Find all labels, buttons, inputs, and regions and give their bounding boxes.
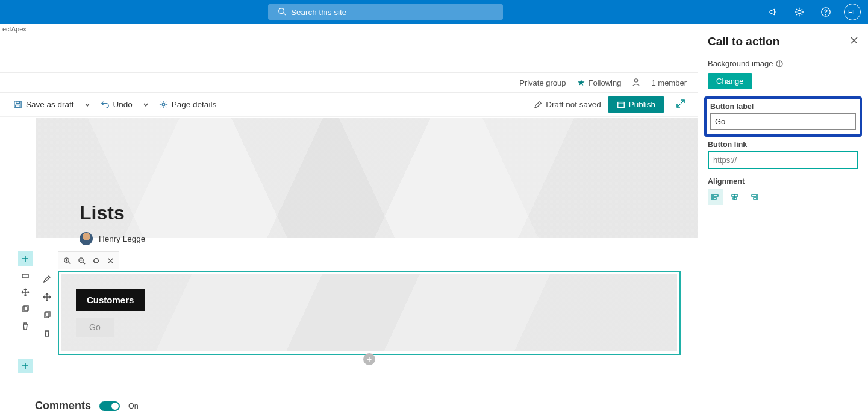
avatar-initials: HL [848, 8, 857, 16]
webpart-rail [40, 272, 54, 340]
button-label-highlight: Button label [704, 96, 862, 137]
zoom-in-icon[interactable] [60, 254, 73, 267]
svg-rect-10 [617, 102, 624, 107]
author-name: Henry Legge [99, 234, 145, 243]
cta-background: Customers Go [61, 274, 677, 351]
svg-rect-17 [23, 307, 27, 312]
svg-rect-16 [22, 274, 28, 278]
star-icon[interactable]: ★ [577, 77, 585, 88]
alignment-head: Alignment [708, 177, 858, 186]
svg-point-9 [162, 103, 165, 106]
undo-chevron[interactable] [140, 102, 152, 108]
svg-rect-7 [16, 101, 20, 104]
section-rail [18, 251, 34, 336]
alignment-row [708, 189, 858, 205]
page-title[interactable]: Lists [80, 202, 125, 224]
comments-toggle-state: On [128, 402, 139, 410]
duplicate-webpart-icon[interactable] [40, 308, 54, 322]
button-label-input[interactable] [710, 113, 856, 130]
svg-rect-40 [713, 198, 716, 199]
member-count[interactable]: 1 member [651, 78, 687, 87]
add-webpart-button[interactable]: + [363, 353, 375, 365]
svg-line-1 [284, 13, 286, 15]
edit-section-icon[interactable] [18, 268, 33, 283]
move-section-icon[interactable] [18, 285, 33, 300]
comments-toggle[interactable] [99, 401, 120, 411]
gear-icon [159, 100, 168, 109]
svg-point-2 [798, 10, 801, 13]
add-section-below-button[interactable] [18, 359, 33, 373]
canvas: Lists Henry Legge Customers Go + Comment… [18, 118, 698, 411]
svg-point-5 [635, 78, 638, 81]
move-webpart-icon[interactable] [40, 290, 54, 304]
pane-title: Call to action [708, 35, 779, 48]
svg-rect-31 [45, 313, 49, 318]
search-icon [278, 7, 286, 17]
reset-icon[interactable] [89, 254, 102, 267]
svg-rect-45 [752, 195, 757, 196]
delete-section-icon[interactable] [18, 319, 33, 333]
site-meta-row: Private group ★ Following 1 member [0, 72, 698, 93]
svg-point-4 [826, 14, 826, 15]
comments-section: Comments On [35, 400, 139, 411]
svg-line-22 [68, 262, 70, 264]
expand-icon[interactable] [672, 95, 689, 114]
author-avatar [80, 232, 93, 245]
page-details-button[interactable]: Page details [154, 96, 221, 113]
draft-status: Draft not saved [534, 100, 601, 109]
property-pane: Call to action Background image Change B… [698, 24, 868, 411]
webpart-floating-toolbar [58, 251, 119, 269]
add-section-button[interactable] [18, 251, 33, 266]
megaphone-icon[interactable] [761, 0, 785, 24]
save-icon [13, 100, 22, 109]
zoom-out-icon[interactable] [75, 254, 88, 267]
pane-close-icon[interactable] [850, 36, 858, 47]
svg-line-26 [83, 262, 85, 264]
delete-webpart-icon[interactable] [40, 326, 54, 340]
add-divider: + [58, 359, 681, 359]
svg-rect-39 [713, 195, 718, 196]
cta-title[interactable]: Customers [76, 289, 145, 311]
suite-bar: Search this site HL [0, 0, 868, 24]
svg-rect-18 [24, 306, 28, 310]
close-icon[interactable] [104, 254, 117, 267]
cta-button[interactable]: Go [76, 318, 114, 337]
suite-right: HL [761, 0, 864, 24]
save-draft-button[interactable]: Save as draft [8, 96, 79, 113]
duplicate-section-icon[interactable] [18, 302, 33, 316]
search-placeholder: Search this site [291, 8, 346, 17]
gear-icon[interactable] [787, 0, 811, 24]
edit-webpart-icon[interactable] [40, 272, 54, 286]
publish-button[interactable]: Publish [608, 96, 664, 113]
help-icon[interactable] [814, 0, 838, 24]
align-center-button[interactable] [727, 189, 743, 205]
svg-point-37 [779, 61, 780, 62]
button-label-head: Button label [710, 102, 856, 111]
button-link-head: Button link [708, 140, 858, 149]
svg-rect-46 [754, 198, 757, 199]
button-link-input[interactable] [708, 151, 858, 169]
svg-point-0 [279, 8, 284, 13]
align-left-button[interactable] [708, 189, 723, 205]
section-rail-bottom [18, 359, 34, 375]
publish-icon [617, 101, 625, 109]
svg-rect-8 [16, 105, 20, 107]
hero-banner[interactable]: Lists Henry Legge [36, 118, 698, 238]
align-right-button[interactable] [746, 189, 762, 205]
undo-icon [101, 100, 110, 109]
change-image-button[interactable]: Change [708, 73, 752, 89]
save-draft-chevron[interactable] [81, 102, 93, 108]
info-icon[interactable] [776, 60, 783, 67]
page-author[interactable]: Henry Legge [80, 232, 145, 245]
person-icon [632, 78, 640, 88]
cta-webpart[interactable]: Customers Go [58, 271, 681, 355]
breadcrumb[interactable]: ectApex [0, 24, 29, 34]
bg-image-label: Background image [708, 59, 858, 68]
following-label[interactable]: Following [589, 78, 622, 87]
search-box[interactable]: Search this site [268, 4, 503, 20]
comments-label: Comments [35, 400, 91, 411]
pencil-icon [534, 101, 542, 109]
group-type: Private group [519, 78, 566, 87]
undo-button[interactable]: Undo [96, 96, 137, 113]
user-avatar[interactable]: HL [840, 0, 864, 24]
